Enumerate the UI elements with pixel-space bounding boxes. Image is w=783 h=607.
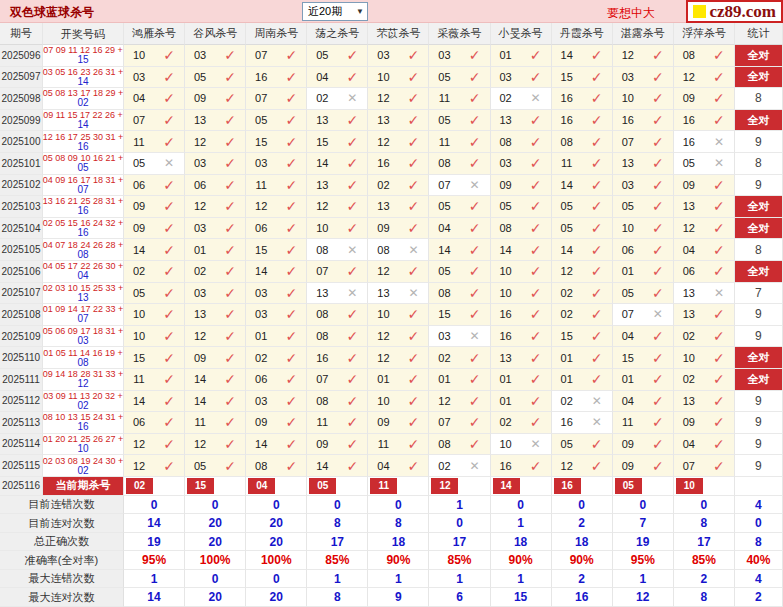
- kill-cell: 13✕: [674, 283, 735, 305]
- kill-number: 16: [613, 114, 643, 126]
- kill-number: 05: [552, 200, 582, 212]
- kill-number: 13: [674, 200, 704, 212]
- table-row: 202510504 07 18 24 26 28 +0814✓01✓15✓08✕…: [0, 239, 783, 261]
- winning-numbers-cell: 02 03 08 19 24 30 +02: [43, 455, 124, 477]
- current-kill-badge: 05: [309, 478, 336, 494]
- check-icon: ✓: [215, 134, 245, 150]
- promo-text: 要想中大: [607, 5, 655, 22]
- summary-value: 15: [491, 588, 552, 607]
- kill-number: 13: [307, 114, 337, 126]
- check-icon: ✓: [582, 134, 612, 150]
- kill-number: 01: [552, 373, 582, 385]
- summary-value: 0: [246, 496, 307, 515]
- summary-value: 18: [491, 533, 552, 552]
- check-icon: ✓: [460, 220, 490, 236]
- kill-cell: 16✓: [552, 110, 613, 132]
- check-icon: ✓: [154, 47, 184, 63]
- kill-cell: 12✓: [552, 261, 613, 283]
- check-icon: ✓: [398, 177, 428, 193]
- check-icon: ✓: [582, 436, 612, 452]
- check-icon: ✓: [704, 47, 734, 63]
- column-header-numbers: 开奖号码: [43, 23, 124, 45]
- summary-value: 1: [613, 570, 674, 589]
- kill-cell: 11✓: [124, 369, 185, 391]
- check-icon: ✓: [643, 371, 673, 387]
- summary-row: 总正确次数192020171817181819178: [0, 533, 783, 552]
- kill-number: 14: [307, 460, 337, 472]
- check-icon: ✓: [460, 69, 490, 85]
- kill-cell: 04✓: [307, 67, 368, 89]
- kill-cell: 12✓: [368, 131, 429, 153]
- check-icon: ✓: [582, 47, 612, 63]
- kill-cell: 05✓: [491, 196, 552, 218]
- kill-cell: 12✓: [124, 455, 185, 477]
- winning-numbers-cell: 07 09 11 12 16 29 +15: [43, 45, 124, 67]
- table-row: 202511308 10 13 15 24 31 +1606✓11✓09✓11✓…: [0, 412, 783, 434]
- summary-value: 0: [552, 496, 613, 515]
- stat-cell: 全对: [735, 347, 783, 369]
- check-icon: ✓: [643, 47, 673, 63]
- kill-number: 12: [368, 92, 398, 104]
- kill-number: 12: [613, 49, 643, 61]
- cross-icon: ✕: [398, 286, 428, 300]
- kill-number: 08: [491, 136, 521, 148]
- check-icon: ✓: [643, 263, 673, 279]
- summary-value: 18: [368, 533, 429, 552]
- site-logo[interactable]: cz89.com: [686, 0, 783, 23]
- kill-cell: 03✓: [124, 67, 185, 89]
- check-icon: ✓: [704, 458, 734, 474]
- lottery-kill-number-page: 双色球蓝球杀号 近20期 ▼ 要想中大 cz89.com 期号 开奖号码 鸿雁杀…: [0, 0, 783, 607]
- kill-number: 01: [491, 373, 521, 385]
- check-icon: ✓: [460, 242, 490, 258]
- kill-number: 10: [307, 222, 337, 234]
- check-icon: ✓: [398, 350, 428, 366]
- check-icon: ✓: [398, 306, 428, 322]
- kill-number: 14: [124, 395, 154, 407]
- kill-number: 14: [185, 395, 215, 407]
- kill-number: 09: [368, 416, 398, 428]
- kill-number: 16: [368, 157, 398, 169]
- kill-cell: 08✕: [368, 239, 429, 261]
- check-icon: ✓: [398, 393, 428, 409]
- check-icon: ✓: [276, 69, 306, 85]
- kill-number: 12: [429, 395, 459, 407]
- kill-cell: 10✓: [613, 88, 674, 110]
- summary-stat-value: 0: [735, 514, 783, 533]
- check-icon: ✓: [704, 198, 734, 214]
- kill-cell: 15✓: [429, 304, 490, 326]
- kill-number: 03: [246, 308, 276, 320]
- summary-row: 目前连错次数00000100004: [0, 496, 783, 515]
- column-header-expert: 谷风杀号: [185, 23, 246, 45]
- kill-number: 09: [674, 92, 704, 104]
- kill-number: 08: [552, 136, 582, 148]
- check-icon: ✓: [582, 350, 612, 366]
- period-cell: 2025116: [0, 477, 43, 496]
- kill-number: 03: [246, 157, 276, 169]
- check-icon: ✓: [154, 393, 184, 409]
- check-icon: ✓: [215, 436, 245, 452]
- kill-cell: 14✓: [124, 239, 185, 261]
- kill-cell: 10✓: [674, 347, 735, 369]
- kill-cell: 05✓: [552, 434, 613, 456]
- stat-cell: 8: [735, 88, 783, 110]
- summary-value: 19: [613, 533, 674, 552]
- kill-cell: 10✓: [368, 304, 429, 326]
- winning-numbers-cell: 01 05 11 14 16 19 +08: [43, 347, 124, 369]
- kill-number: 03: [124, 71, 154, 83]
- summary-value: 0: [429, 514, 490, 533]
- summary-stat-value: 40%: [735, 551, 783, 570]
- check-icon: ✓: [154, 134, 184, 150]
- check-icon: ✓: [521, 350, 551, 366]
- kill-number: 13: [307, 287, 337, 299]
- winning-numbers-cell: 04 09 16 17 18 31 +07: [43, 175, 124, 197]
- period-range-select[interactable]: 近20期 ▼: [302, 2, 368, 21]
- check-icon: ✓: [337, 47, 367, 63]
- kill-number: 14: [246, 265, 276, 277]
- kill-number: 10: [491, 287, 521, 299]
- cross-icon: ✕: [460, 178, 490, 192]
- kill-cell: 05✓: [613, 196, 674, 218]
- check-icon: ✓: [643, 198, 673, 214]
- kill-cell: 13✓: [674, 304, 735, 326]
- current-kill-badge: 05: [615, 478, 642, 494]
- kill-cell: 14✓: [552, 239, 613, 261]
